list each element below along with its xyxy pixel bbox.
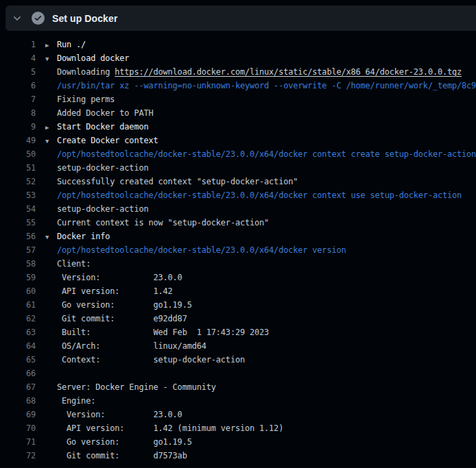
line-number[interactable]: 58 (0, 257, 36, 271)
group-title[interactable]: Docker info (57, 230, 476, 243)
log-line: 66 (0, 367, 476, 380)
group-expand-icon[interactable]: ▶ (45, 124, 49, 131)
log-text: OS/Arch: linux/amd64 (57, 339, 476, 353)
gutter (36, 147, 57, 161)
line-number[interactable]: 56 (0, 230, 36, 243)
group-expand-icon[interactable]: ▶ (45, 42, 49, 49)
log-text: API version: 1.42 (minimum version 1.12) (57, 421, 476, 435)
line-number[interactable]: 49 (0, 134, 36, 147)
line-number[interactable]: 7 (0, 93, 36, 106)
line-number[interactable]: 72 (0, 449, 36, 463)
gutter (36, 106, 57, 120)
log-line: 9▶Start Docker daemon (0, 120, 476, 134)
log-area[interactable]: 1▶Run ./4▼Download docker5Downloading ht… (0, 36, 476, 468)
line-number[interactable]: 59 (0, 271, 36, 284)
gutter (36, 243, 57, 257)
gutter (36, 353, 57, 367)
log-line: 49▼Create Docker context (0, 134, 476, 147)
log-line: 5Downloading https://download.docker.com… (0, 65, 476, 79)
log-line: 53/opt/hostedtoolcache/docker-stable/23.… (0, 188, 476, 202)
line-number[interactable]: 64 (0, 339, 36, 353)
log-text: Git commit: d7573ab (57, 449, 476, 463)
log-line: 54setup-docker-action (0, 202, 476, 216)
line-number[interactable]: 67 (0, 380, 36, 394)
log-text: Context: setup-docker-action (57, 353, 476, 367)
step-title: Set up Docker (52, 13, 117, 24)
line-number[interactable]: 57 (0, 243, 36, 257)
log-line: 4▼Download docker (0, 51, 476, 65)
log-line: 6/usr/bin/tar xz --warning=no-unknown-ke… (0, 79, 476, 93)
log-text: Version: 23.0.0 (57, 271, 476, 284)
log-link[interactable]: https://download.docker.com/linux/static… (115, 67, 462, 77)
gutter: ▶ (36, 120, 57, 134)
log-line: 57/opt/hostedtoolcache/docker-stable/23.… (0, 243, 476, 257)
gutter (36, 284, 57, 298)
log-text: Engine: (57, 394, 476, 408)
line-number[interactable]: 5 (0, 65, 36, 79)
gutter (36, 93, 57, 106)
line-number[interactable]: 68 (0, 394, 36, 408)
line-number[interactable]: 62 (0, 312, 36, 325)
step-header[interactable]: Set up Docker (5, 5, 476, 31)
log-text: API version: 1.42 (57, 284, 476, 298)
gutter (36, 161, 57, 175)
line-number[interactable]: 8 (0, 106, 36, 120)
line-number[interactable]: 70 (0, 421, 36, 435)
line-number[interactable]: 53 (0, 188, 36, 202)
log-line: 52Successfully created context "setup-do… (0, 175, 476, 188)
log-text: Server: Docker Engine - Community (57, 380, 476, 394)
line-number[interactable]: 9 (0, 120, 36, 134)
line-number[interactable]: 4 (0, 51, 36, 65)
line-number[interactable]: 71 (0, 435, 36, 449)
log-text: Successfully created context "setup-dock… (57, 175, 476, 188)
gutter (36, 312, 57, 325)
line-number[interactable]: 63 (0, 325, 36, 339)
group-title[interactable]: Download docker (57, 51, 476, 65)
line-number[interactable]: 51 (0, 161, 36, 175)
group-collapse-icon[interactable]: ▼ (45, 56, 49, 62)
log-line: 7Fixing perms (0, 93, 476, 106)
line-number[interactable]: 61 (0, 298, 36, 312)
group-title[interactable]: Run ./ (57, 38, 476, 51)
log-text: Current context is now "setup-docker-act… (57, 216, 476, 230)
log-line: 69 Version: 23.0.0 (0, 408, 476, 421)
line-number[interactable]: 52 (0, 175, 36, 188)
line-number[interactable]: 69 (0, 408, 36, 421)
log-command-text: /usr/bin/tar xz --warning=no-unknown-key… (57, 79, 476, 93)
log-line: 67Server: Docker Engine - Community (0, 380, 476, 394)
line-number[interactable]: 66 (0, 367, 36, 380)
line-number[interactable]: 1 (0, 38, 36, 51)
gutter (36, 325, 57, 339)
line-number[interactable]: 60 (0, 284, 36, 298)
log-text: setup-docker-action (57, 161, 476, 175)
line-number[interactable]: 54 (0, 202, 36, 216)
line-number[interactable]: 55 (0, 216, 36, 230)
line-number[interactable]: 65 (0, 353, 36, 367)
gutter: ▶ (36, 38, 57, 51)
gutter (36, 394, 57, 408)
gutter (36, 257, 57, 271)
gutter: ▼ (36, 230, 57, 243)
group-title[interactable]: Start Docker daemon (57, 120, 476, 134)
gutter (36, 202, 57, 216)
line-number[interactable]: 6 (0, 79, 36, 93)
line-number[interactable]: 50 (0, 147, 36, 161)
gutter (36, 188, 57, 202)
gutter (36, 435, 57, 449)
group-collapse-icon[interactable]: ▼ (45, 234, 49, 241)
gutter (36, 65, 57, 79)
log-line: 58Client: (0, 257, 476, 271)
gutter: ▼ (36, 134, 57, 147)
log-text: Version: 23.0.0 (57, 408, 476, 421)
chevron-down-icon[interactable] (12, 13, 23, 24)
log-text: Downloading (57, 67, 115, 77)
log-line: 51setup-docker-action (0, 161, 476, 175)
log-text: setup-docker-action (57, 202, 476, 216)
log-command-text: /opt/hostedtoolcache/docker-stable/23.0.… (57, 243, 476, 257)
log-line: 61 Go version: go1.19.5 (0, 298, 476, 312)
log-line: 63 Built: Wed Feb 1 17:43:29 2023 (0, 325, 476, 339)
group-title[interactable]: Create Docker context (57, 134, 476, 147)
group-collapse-icon[interactable]: ▼ (45, 138, 49, 145)
log-line: 70 API version: 1.42 (minimum version 1.… (0, 421, 476, 435)
log-line: 68 Engine: (0, 394, 476, 408)
